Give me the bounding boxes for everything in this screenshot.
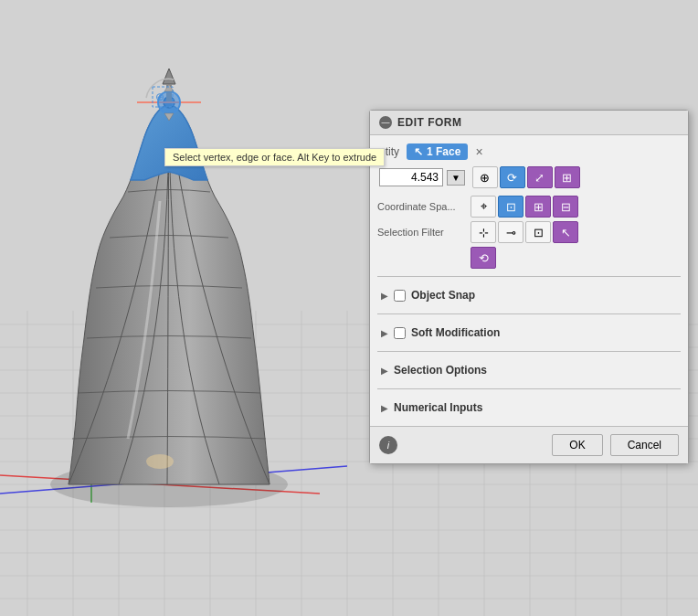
object-snap-checkbox[interactable] (394, 290, 406, 302)
svg-text:⊕: ⊕ (155, 90, 164, 103)
sel-opt-arrow: ▶ (381, 366, 388, 376)
loop-row: ⟲ (377, 247, 681, 269)
rotate-icon-btn[interactable]: ⟳ (500, 166, 525, 188)
minus-icon: — (379, 116, 392, 129)
free-icon-btn[interactable]: ⊞ (555, 166, 580, 188)
divider-1 (377, 276, 681, 277)
tooltip: Select vertex, edge or face. Alt Key to … (164, 148, 385, 166)
coordinate-space-row: Coordinate Spa... ⌖ ⊡ ⊞ ⊟ (377, 196, 681, 218)
local-icon-btn[interactable]: ⊡ (498, 196, 524, 218)
divider-4 (377, 388, 681, 389)
view-icon-btn[interactable]: ⊞ (525, 196, 551, 218)
dropdown-button[interactable]: ▼ (447, 170, 465, 186)
info-icon[interactable]: i (379, 436, 397, 454)
loop-icon-btn[interactable]: ⟲ (471, 247, 496, 269)
selection-options-section[interactable]: ▶ Selection Options (377, 359, 681, 381)
3d-viewport[interactable]: ⊕ Select vertex, edge or face. Alt Key t… (0, 0, 698, 616)
world-icon-btn[interactable]: ⌖ (471, 196, 496, 218)
numerical-inputs-section[interactable]: ▶ Numerical Inputs (377, 397, 681, 419)
cursor-icon: ↖ (414, 145, 423, 158)
object-snap-section[interactable]: ▶ Object Snap (377, 284, 681, 306)
soft-mod-arrow: ▶ (381, 328, 388, 338)
edit-form-panel: — EDIT FORM ntity ↖ 1 Face × ▼ ⊕ ⟳ (369, 110, 689, 464)
sel-opt-title: Selection Options (394, 364, 487, 377)
soft-mod-checkbox[interactable] (394, 327, 406, 339)
object-snap-title: Object Snap (411, 289, 475, 302)
vertex-icon-btn[interactable]: ⊹ (471, 221, 496, 243)
ok-button[interactable]: OK (552, 434, 602, 456)
edge-icon-btn[interactable]: ⊸ (498, 221, 524, 243)
scale-icon-btn[interactable]: ⤢ (527, 166, 553, 188)
num-inp-title: Numerical Inputs (394, 401, 482, 414)
close-button[interactable]: × (471, 143, 486, 161)
face-badge[interactable]: ↖ 1 Face (407, 143, 468, 160)
value-input[interactable] (379, 168, 443, 186)
body-icon-btn[interactable]: ↖ (553, 221, 578, 243)
num-inp-arrow: ▶ (381, 403, 388, 413)
filter-label: Selection Filter (377, 227, 469, 238)
number-row: ▼ ⊕ ⟳ ⤢ ⊞ (377, 166, 681, 188)
coordinate-label: Coordinate Spa... (377, 201, 469, 212)
entity-row: ntity ↖ 1 Face × (377, 143, 681, 161)
selection-filter-row: Selection Filter ⊹ ⊸ ⊡ ↖ (377, 221, 681, 243)
move-icon-btn[interactable]: ⊕ (472, 166, 498, 188)
custom-icon-btn[interactable]: ⊟ (553, 196, 578, 218)
soft-modification-section[interactable]: ▶ Soft Modification (377, 322, 681, 344)
panel-header: — EDIT FORM (370, 111, 688, 135)
svg-point-34 (146, 454, 174, 469)
divider-2 (377, 313, 681, 314)
object-snap-arrow: ▶ (381, 291, 388, 301)
panel-title: EDIT FORM (397, 116, 462, 129)
face-icon-btn[interactable]: ⊡ (525, 221, 551, 243)
soft-mod-title: Soft Modification (411, 326, 500, 339)
panel-body: ntity ↖ 1 Face × ▼ ⊕ ⟳ ⤢ ⊞ (370, 135, 688, 426)
cancel-button[interactable]: Cancel (610, 434, 679, 456)
bottom-row: i OK Cancel (370, 426, 688, 463)
face-badge-label: 1 Face (427, 145, 460, 158)
divider-3 (377, 351, 681, 352)
